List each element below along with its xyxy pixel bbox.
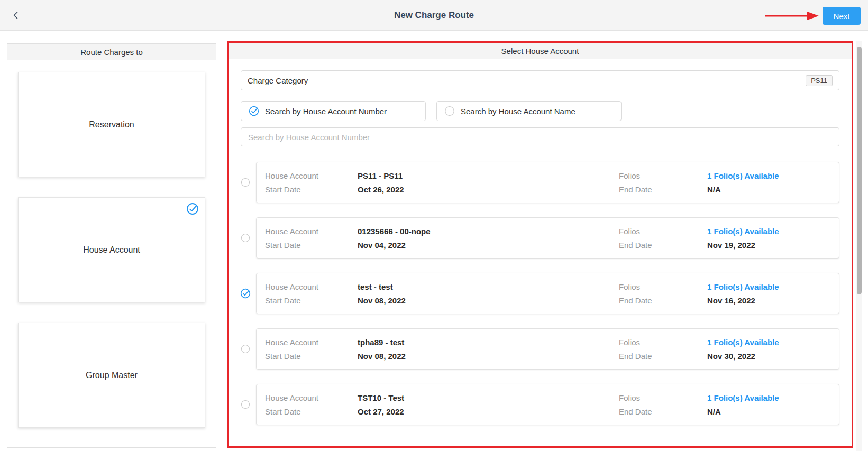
folios-label: Folios (619, 227, 707, 236)
search-mode-label: Search by House Account Number (265, 107, 387, 116)
end-date-value: Nov 30, 2022 (707, 352, 755, 361)
house-account-card[interactable]: House AccountPS11 - PS11 Start DateOct 2… (256, 162, 839, 203)
end-date-value: N/A (707, 407, 721, 416)
start-date-value: Oct 26, 2022 (358, 185, 404, 194)
folios-link[interactable]: 1 Folio(s) Available (707, 393, 779, 402)
start-date-value: Nov 08, 2022 (358, 352, 406, 361)
red-arrow-annotation-icon (764, 10, 820, 22)
house-account-value: test - test (358, 282, 393, 291)
route-card-house-account[interactable]: House Account (18, 197, 205, 302)
radio-unchecked-icon (241, 233, 250, 243)
route-charges-to-panel: Route Charges to Reservation House Accou… (7, 43, 216, 448)
start-date-label: Start Date (265, 241, 358, 250)
house-account-card[interactable]: House Accounttpha89 - test Start DateNov… (256, 328, 839, 370)
top-bar: New Charge Route Next (0, 0, 868, 31)
scrollbar-thumb[interactable] (857, 47, 862, 294)
account-panel-title: Select House Account (229, 43, 852, 59)
scrollbar-track[interactable] (856, 41, 862, 451)
row-radio[interactable] (239, 400, 252, 409)
house-account-row: House AccountPS11 - PS11 Start DateOct 2… (239, 162, 839, 203)
house-account-label: House Account (265, 171, 358, 180)
house-account-label: House Account (265, 393, 358, 402)
radio-unchecked-icon (241, 344, 250, 354)
row-radio[interactable] (239, 344, 252, 354)
search-by-number-option[interactable]: Search by House Account Number (241, 101, 426, 121)
route-card-reservation[interactable]: Reservation (18, 72, 205, 177)
folios-link[interactable]: 1 Folio(s) Available (707, 338, 779, 347)
charge-category-chip: PS11 (806, 75, 833, 86)
folios-link[interactable]: 1 Folio(s) Available (707, 227, 779, 236)
house-account-label: House Account (265, 227, 358, 236)
end-date-label: End Date (619, 241, 707, 250)
house-account-card[interactable]: House Account01235666 - 00-nope Start Da… (256, 217, 839, 259)
house-account-card[interactable]: House Accounttest - test Start DateNov 0… (256, 273, 839, 314)
radio-checked-icon (240, 288, 251, 299)
house-account-label: House Account (265, 338, 358, 347)
house-account-search-input[interactable] (241, 127, 839, 146)
new-charge-route-screen: New Charge Route Next Route Charges to R… (0, 0, 868, 451)
next-button[interactable]: Next (823, 7, 861, 25)
search-mode-group: Search by House Account Number Search by… (241, 101, 839, 121)
route-card-label: House Account (83, 245, 140, 255)
house-account-row: House Account01235666 - 00-nope Start Da… (239, 217, 839, 259)
end-date-value: N/A (707, 185, 721, 194)
chevron-left-icon (11, 11, 21, 20)
folios-label: Folios (619, 393, 707, 402)
end-date-label: End Date (619, 407, 707, 416)
start-date-value: Oct 27, 2022 (358, 407, 404, 416)
folios-label: Folios (619, 338, 707, 347)
house-account-row: House AccountTST10 - Test Start DateOct … (239, 384, 839, 425)
search-mode-label: Search by House Account Name (461, 107, 575, 116)
back-button[interactable] (7, 7, 24, 24)
end-date-label: End Date (619, 185, 707, 194)
radio-unchecked-icon (444, 106, 455, 116)
route-card-group-master[interactable]: Group Master (18, 323, 205, 428)
folios-label: Folios (619, 171, 707, 180)
folios-link[interactable]: 1 Folio(s) Available (707, 282, 779, 291)
radio-unchecked-icon (241, 178, 250, 187)
start-date-label: Start Date (265, 407, 358, 416)
folios-link[interactable]: 1 Folio(s) Available (707, 171, 779, 180)
start-date-value: Nov 04, 2022 (358, 241, 406, 250)
route-card-label: Group Master (86, 371, 138, 380)
end-date-label: End Date (619, 296, 707, 305)
start-date-value: Nov 08, 2022 (358, 296, 406, 305)
start-date-label: Start Date (265, 352, 358, 361)
search-by-name-option[interactable]: Search by House Account Name (436, 101, 622, 121)
row-radio[interactable] (239, 233, 252, 243)
radio-checked-icon (249, 106, 259, 116)
folios-label: Folios (619, 282, 707, 291)
charge-category-field[interactable]: Charge Category PS11 (241, 70, 839, 90)
select-house-account-panel: Select House Account Charge Category PS1… (227, 41, 853, 448)
house-account-value: tpha89 - test (358, 338, 404, 347)
route-card-label: Reservation (89, 120, 134, 130)
house-account-value: PS11 - PS11 (358, 171, 403, 180)
route-panel-title: Route Charges to (7, 44, 216, 60)
house-account-label: House Account (265, 282, 358, 291)
start-date-label: Start Date (265, 296, 358, 305)
house-account-row: House Accounttest - test Start DateNov 0… (239, 273, 839, 314)
house-account-list: House AccountPS11 - PS11 Start DateOct 2… (239, 162, 839, 425)
row-radio[interactable] (239, 288, 252, 299)
end-date-label: End Date (619, 352, 707, 361)
radio-unchecked-icon (241, 400, 250, 409)
house-account-value: TST10 - Test (358, 393, 404, 402)
house-account-row: House Accounttpha89 - test Start DateNov… (239, 328, 839, 370)
selected-check-circle-icon (186, 203, 199, 215)
row-radio[interactable] (239, 178, 252, 187)
end-date-value: Nov 19, 2022 (707, 241, 755, 250)
charge-category-label: Charge Category (248, 76, 308, 85)
start-date-label: Start Date (265, 185, 358, 194)
house-account-value: 01235666 - 00-nope (358, 227, 431, 236)
page-title: New Charge Route (394, 10, 474, 21)
house-account-card[interactable]: House AccountTST10 - Test Start DateOct … (256, 384, 839, 425)
end-date-value: Nov 16, 2022 (707, 296, 755, 305)
